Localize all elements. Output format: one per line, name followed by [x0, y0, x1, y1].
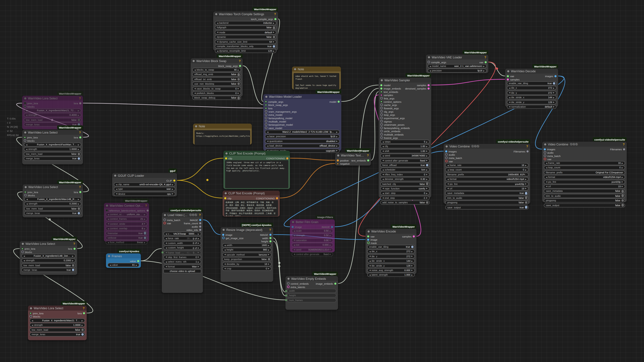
- widget-cfg[interactable]: ◀cfg1.00▶: [380, 144, 430, 148]
- decrement-arrow[interactable]: ◀: [26, 144, 28, 146]
- increment-arrow[interactable]: ▶: [622, 176, 623, 178]
- decrement-arrow[interactable]: ◀: [546, 186, 547, 188]
- widget-add_noise_to_samples[interactable]: add_noise_to_samplesfalse: [380, 200, 430, 205]
- increment-arrow[interactable]: ▶: [198, 233, 199, 235]
- toggle-knob[interactable]: [144, 236, 146, 239]
- increment-arrow[interactable]: ▶: [426, 150, 428, 152]
- decrement-arrow[interactable]: ◀: [509, 106, 510, 108]
- decrement-arrow[interactable]: ◀: [546, 162, 547, 164]
- widget-force_rate[interactable]: ◀force_rate16←0 ↺▶: [164, 236, 201, 240]
- decrement-arrow[interactable]: ◀: [194, 69, 196, 71]
- node-wanvideo-lora-select-3[interactable]: WanVideoWrapperWanVideo Lora Select?prev…: [22, 184, 83, 217]
- decrement-arrow[interactable]: ◀: [382, 192, 384, 194]
- input-port-get_image_size[interactable]: [222, 237, 224, 239]
- input-port-vae[interactable]: [445, 160, 448, 162]
- node-header[interactable]: Frames: [106, 254, 141, 258]
- toggle-knob[interactable]: [237, 73, 240, 76]
- toggle-knob[interactable]: [237, 82, 240, 85]
- toggle-knob[interactable]: [525, 206, 528, 208]
- increment-arrow[interactable]: ▶: [198, 238, 199, 240]
- input-port-mask[interactable]: [367, 242, 370, 244]
- widget-tile_y[interactable]: ◀tile_y272▶: [507, 91, 556, 95]
- increment-arrow[interactable]: ▶: [172, 188, 173, 190]
- widget-saturation[interactable]: ◀saturation0.00▶: [292, 238, 333, 242]
- decrement-arrow[interactable]: ◀: [447, 164, 449, 166]
- increment-arrow[interactable]: ▶: [198, 242, 199, 244]
- node-frames[interactable]: comfyui-kjnodesFramesvalue◀value81▶: [106, 254, 141, 268]
- output-port-IMAGE[interactable]: [331, 226, 333, 228]
- decrement-arrow[interactable]: ◀: [447, 188, 449, 190]
- decrement-arrow[interactable]: ◀: [32, 320, 33, 322]
- decrement-arrow[interactable]: ◀: [430, 70, 431, 72]
- widget-low_mem_load[interactable]: low_mem_loadfalse: [24, 118, 81, 122]
- increment-arrow[interactable]: ▶: [136, 264, 137, 266]
- increment-arrow[interactable]: ▶: [78, 144, 79, 146]
- increment-arrow[interactable]: ▶: [622, 186, 623, 188]
- output-port-block_swap_args[interactable]: [239, 65, 241, 67]
- node-header[interactable]: CLIP Text Encode (Prompt): [223, 151, 290, 156]
- increment-arrow[interactable]: ▶: [426, 188, 428, 190]
- increment-arrow[interactable]: ▶: [483, 65, 485, 67]
- widget-precision[interactable]: ◀precisionfp16▶: [428, 69, 486, 73]
- increment-arrow[interactable]: ▶: [144, 242, 146, 244]
- node-load-video-upload[interactable]: comfyui-videohelpersuiteLoad Video (Uplo…: [162, 212, 203, 293]
- widget-offload_txt_emb[interactable]: offload_txt_embfalse: [192, 77, 241, 81]
- widget-strength[interactable]: ◀strength0.4000▶: [24, 113, 81, 117]
- widget-custom_width[interactable]: ◀custom_width0 ↺▶: [164, 241, 201, 245]
- decrement-arrow[interactable]: ◀: [166, 266, 167, 268]
- collapse-dot[interactable]: [24, 97, 26, 99]
- input-port-audio[interactable]: [544, 151, 546, 154]
- input-port-image[interactable]: [367, 238, 369, 240]
- widget-pix_fmt[interactable]: ◀pix_fmtyuv420p▶: [544, 180, 625, 184]
- input-port-prev_lora[interactable]: [30, 312, 32, 314]
- widget-save_output[interactable]: save_outputfalse: [544, 203, 625, 207]
- widget-compile_transformer_blocks_only[interactable]: compile_transformer_blocks_onlytrue: [215, 44, 276, 48]
- output-port-Filenames[interactable]: [623, 148, 625, 150]
- widget-frame_rate[interactable]: ◀frame_rate16▶: [544, 161, 625, 165]
- increment-arrow[interactable]: ▶: [273, 31, 274, 33]
- node-wanvideo-encode[interactable]: WanVideoWrapperWanVideo Encodevaesamples…: [366, 229, 416, 274]
- widget-format[interactable]: ◀formatWan▶: [164, 264, 201, 268]
- widget-batched_cfg[interactable]: batched_cfgfalse: [380, 182, 430, 186]
- widget-use_non_blocking[interactable]: use_non_blockingfalse: [192, 82, 241, 86]
- widget-blocks_to_swap[interactable]: ◀blocks_to_swap40▶: [192, 68, 241, 72]
- input-port-reference_latent[interactable]: [106, 209, 108, 212]
- input-port-blocks[interactable]: [24, 194, 26, 196]
- decrement-arrow[interactable]: ◀: [369, 264, 371, 266]
- widget-seed[interactable]: ◀seed916835035211314▶: [292, 248, 333, 252]
- node-resize-image-deprecated[interactable]: [DEPR] comfyui-kjnodesResize Image (depr…: [220, 227, 273, 282]
- node-header[interactable]: WanVideo Decode: [505, 68, 558, 74]
- decrement-arrow[interactable]: ◀: [224, 244, 226, 246]
- increment-arrow[interactable]: ▶: [336, 131, 338, 133]
- output-port-width[interactable]: [270, 237, 272, 239]
- increment-arrow[interactable]: ▶: [273, 22, 274, 24]
- decrement-arrow[interactable]: ◀: [294, 230, 295, 232]
- increment-arrow[interactable]: ▶: [72, 260, 74, 262]
- help-icon[interactable]: ?: [83, 306, 84, 310]
- input-port-block_swap_args[interactable]: [265, 104, 267, 106]
- widget-width[interactable]: width: [287, 289, 336, 293]
- widget-strength[interactable]: ◀strength1.0000▶: [24, 147, 81, 152]
- increment-arrow[interactable]: ▶: [238, 88, 239, 90]
- increment-arrow[interactable]: ▶: [330, 244, 331, 246]
- toggle-knob[interactable]: [411, 246, 414, 248]
- output-port-model[interactable]: [338, 100, 340, 102]
- increment-arrow[interactable]: ▶: [330, 239, 331, 241]
- widget-upscale_method[interactable]: ◀upscale_methodlanczos▶: [222, 252, 272, 257]
- decrement-arrow[interactable]: ◀: [166, 247, 167, 249]
- widget-format[interactable]: ◀formatvideo/h264-mp4▶: [544, 175, 625, 179]
- widget-pix_fmt[interactable]: ◀pix_fmtyuv420p▶: [445, 182, 528, 186]
- decrement-arrow[interactable]: ◀: [116, 184, 117, 186]
- reroute-dot[interactable]: [206, 179, 208, 181]
- input-port-multitalk_embeds[interactable]: [380, 133, 383, 136]
- decrement-arrow[interactable]: ◀: [217, 31, 218, 33]
- widget-backend[interactable]: ◀backendinductor▶: [215, 21, 276, 25]
- node-header[interactable]: Better Film Grain: [290, 220, 335, 224]
- node-header[interactable]: WanVideo Encode: [366, 229, 416, 234]
- widget-combo[interactable]: ◀Fusion_X_ingredients\Wan21_T2V_14B_Movi…: [24, 108, 81, 113]
- toggle-knob[interactable]: [272, 26, 275, 29]
- decrement-arrow[interactable]: ◀: [382, 146, 384, 148]
- increment-arrow[interactable]: ▶: [78, 110, 79, 112]
- increment-arrow[interactable]: ▶: [198, 251, 199, 254]
- decrement-arrow[interactable]: ◀: [382, 178, 384, 180]
